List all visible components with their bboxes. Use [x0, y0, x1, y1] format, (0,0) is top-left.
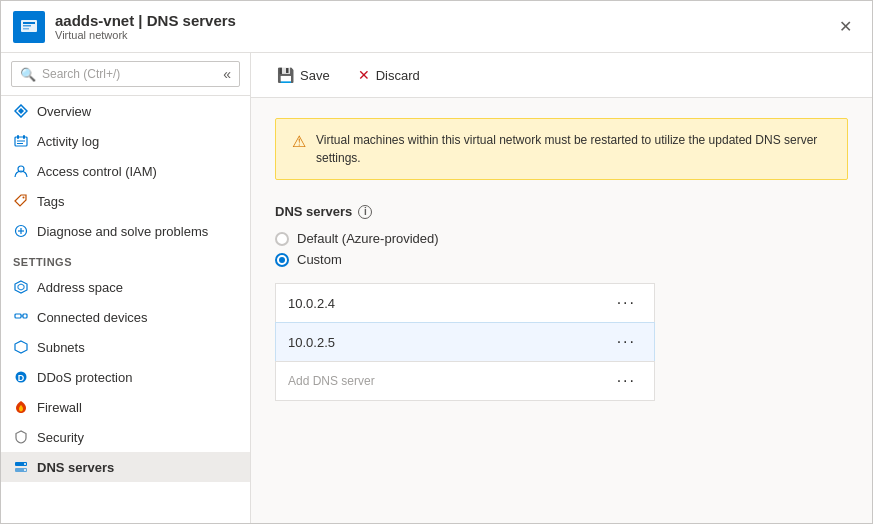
dns-servers-label: DNS servers [37, 460, 114, 475]
ddos-label: DDoS protection [37, 370, 132, 385]
discard-button[interactable]: ✕ Discard [352, 63, 426, 87]
sidebar-item-connected-devices[interactable]: Connected devices [1, 302, 250, 332]
dns-entry-1-more-button[interactable]: ··· [611, 292, 642, 314]
sidebar-item-access-control[interactable]: Access control (IAM) [1, 156, 250, 186]
content-area: 💾 Save ✕ Discard ⚠ Virtual machines with… [251, 53, 872, 523]
security-icon [13, 429, 29, 445]
settings-section-label: Settings [1, 246, 250, 272]
dns-list: 10.0.2.4 ··· 10.0.2.5 ··· ··· [275, 283, 655, 401]
radio-default-circle [275, 232, 289, 246]
radio-default-label: Default (Azure-provided) [297, 231, 439, 246]
tags-icon [13, 193, 29, 209]
dns-entry-1-value: 10.0.2.4 [288, 296, 335, 311]
info-icon[interactable]: i [358, 205, 372, 219]
title-bar: aadds-vnet | DNS servers Virtual network… [1, 1, 872, 53]
sidebar-item-tags[interactable]: Tags [1, 186, 250, 216]
warning-icon: ⚠ [292, 132, 306, 151]
activity-log-icon [13, 133, 29, 149]
save-icon: 💾 [277, 67, 294, 83]
connected-devices-icon [13, 309, 29, 325]
sidebar-nav: Overview Activity log Access control (IA… [1, 96, 250, 523]
dns-entry-1: 10.0.2.4 ··· [275, 283, 655, 322]
svg-rect-1 [23, 22, 35, 24]
collapse-button[interactable]: « [223, 66, 231, 82]
sidebar-item-dns-servers[interactable]: DNS servers [1, 452, 250, 482]
firewall-icon [13, 399, 29, 415]
subnets-icon [13, 339, 29, 355]
dns-section-title: DNS servers i [275, 204, 848, 219]
radio-custom-label: Custom [297, 252, 342, 267]
dns-entry-add: ··· [275, 361, 655, 401]
security-label: Security [37, 430, 84, 445]
panel: ⚠ Virtual machines within this virtual n… [251, 98, 872, 421]
search-input[interactable] [42, 67, 213, 81]
overview-icon [13, 103, 29, 119]
search-icon: 🔍 [20, 67, 36, 82]
dns-servers-icon [13, 459, 29, 475]
firewall-label: Firewall [37, 400, 82, 415]
radio-default[interactable]: Default (Azure-provided) [275, 231, 848, 246]
sidebar-item-address-space[interactable]: Address space [1, 272, 250, 302]
tags-label: Tags [37, 194, 64, 209]
save-button[interactable]: 💾 Save [271, 63, 336, 87]
discard-icon: ✕ [358, 67, 370, 83]
address-space-icon [13, 279, 29, 295]
svg-marker-21 [15, 341, 27, 353]
svg-marker-16 [15, 281, 27, 293]
add-dns-more-button[interactable]: ··· [611, 370, 642, 392]
sidebar-item-security[interactable]: Security [1, 422, 250, 452]
access-control-icon [13, 163, 29, 179]
svg-rect-18 [15, 314, 21, 318]
sidebar-item-overview[interactable]: Overview [1, 96, 250, 126]
sidebar-item-activity-log[interactable]: Activity log [1, 126, 250, 156]
svg-rect-2 [23, 25, 31, 27]
warning-text: Virtual machines within this virtual net… [316, 131, 831, 167]
radio-custom-circle [275, 253, 289, 267]
dns-entry-2: 10.0.2.5 ··· [275, 322, 655, 361]
address-space-label: Address space [37, 280, 123, 295]
diagnose-icon [13, 223, 29, 239]
svg-rect-3 [23, 28, 29, 30]
add-dns-input[interactable] [288, 374, 611, 388]
sidebar-item-firewall[interactable]: Firewall [1, 392, 250, 422]
sidebar-item-ddos[interactable]: D DDoS protection [1, 362, 250, 392]
window-subtitle: Virtual network [55, 29, 236, 41]
svg-marker-5 [18, 108, 24, 114]
sidebar-item-subnets[interactable]: Subnets [1, 332, 250, 362]
sidebar-item-diagnose[interactable]: Diagnose and solve problems [1, 216, 250, 246]
sidebar: 🔍 « Overview Activity log [1, 53, 251, 523]
search-box: 🔍 « [1, 53, 250, 96]
dns-entry-2-value: 10.0.2.5 [288, 335, 335, 350]
toolbar: 💾 Save ✕ Discard [251, 53, 872, 98]
dns-entry-2-more-button[interactable]: ··· [611, 331, 642, 353]
svg-rect-8 [23, 135, 25, 139]
svg-rect-19 [23, 314, 27, 318]
subnets-label: Subnets [37, 340, 85, 355]
save-label: Save [300, 68, 330, 83]
activity-log-label: Activity log [37, 134, 99, 149]
window-title: aadds-vnet | DNS servers [55, 12, 236, 29]
svg-point-27 [24, 469, 26, 471]
radio-group: Default (Azure-provided) Custom [275, 231, 848, 267]
svg-marker-17 [18, 284, 24, 290]
svg-point-26 [24, 463, 26, 465]
svg-text:D: D [18, 373, 25, 383]
ddos-icon: D [13, 369, 29, 385]
svg-point-12 [23, 197, 25, 199]
radio-custom[interactable]: Custom [275, 252, 848, 267]
connected-devices-label: Connected devices [37, 310, 148, 325]
overview-label: Overview [37, 104, 91, 119]
discard-label: Discard [376, 68, 420, 83]
svg-rect-7 [17, 135, 19, 139]
warning-banner: ⚠ Virtual machines within this virtual n… [275, 118, 848, 180]
access-control-label: Access control (IAM) [37, 164, 157, 179]
app-icon [13, 11, 45, 43]
close-button[interactable]: ✕ [831, 13, 860, 40]
diagnose-label: Diagnose and solve problems [37, 224, 208, 239]
